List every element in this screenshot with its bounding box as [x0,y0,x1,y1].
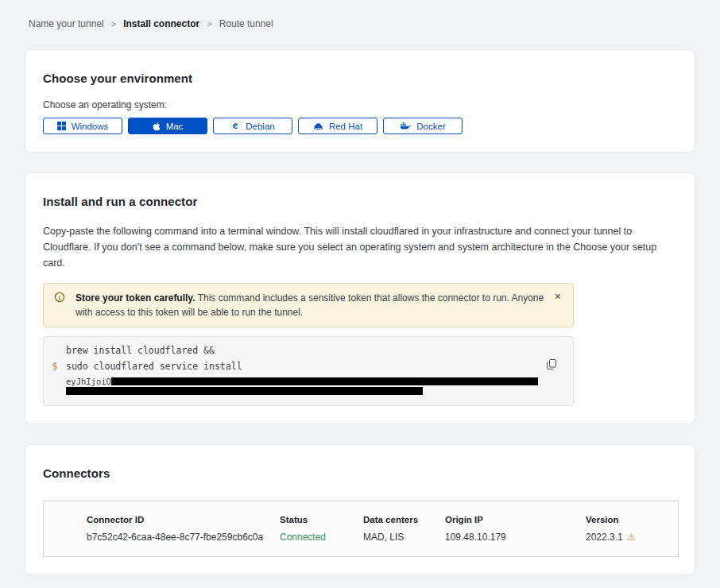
breadcrumb-separator: > [207,19,211,29]
connectors-table: Connector ID Status Data centers Origin … [43,501,679,557]
table-header-row: Connector ID Status Data centers Origin … [44,501,678,530]
docker-icon [400,122,411,130]
os-button-mac[interactable]: Mac [128,118,207,134]
os-button-label: Windows [72,122,109,131]
redacted-token-bar [111,377,538,385]
token-prefix: eyJhIjoiO [66,377,111,386]
column-header-status: Status [280,515,363,524]
windows-icon [57,122,66,130]
code-line [44,386,538,396]
breadcrumb-name-your-tunnel[interactable]: Name your tunnel [29,18,104,29]
command-line-2: sudo cloudflared service install [66,361,242,372]
breadcrumb: Name your tunnel > Install connector > R… [0,0,720,29]
table-row: b7c52c42-6caa-48ee-8c77-fbe259cb6c0a Con… [44,530,678,556]
breadcrumb-install-connector[interactable]: Install connector [123,18,199,29]
column-header-data-centers: Data centers [363,515,445,524]
os-select-label: Choose an operating system: [43,99,677,110]
version-value: 2022.3.1 [586,532,623,543]
connectors-card: Connectors Connector ID Status Data cent… [25,444,695,575]
redhat-icon [313,122,323,130]
install-card-title: Install and run a connector [43,195,677,208]
column-header-version: Version [586,515,665,524]
os-button-label: Red Hat [329,122,362,131]
install-card: Install and run a connector Copy-paste t… [25,172,695,424]
os-button-docker[interactable]: Docker [383,118,463,134]
command-terminal-block: brew install cloudflared && $ sudo cloud… [43,336,574,406]
copy-button[interactable] [544,356,559,375]
data-centers-cell: MAD, LIS [363,532,445,543]
os-button-group: Windows Mac Debian Red Hat Docker [43,118,677,134]
warning-icon: ⚠ [627,532,636,543]
redacted-token-bar [66,387,423,395]
os-button-label: Debian [246,122,274,131]
code-line: eyJhIjoiO [44,377,538,386]
breadcrumb-separator: > [111,19,116,29]
install-description: Copy-paste the following command into a … [43,223,677,271]
environment-card: Choose your environment Choose an operat… [25,49,695,153]
origin-ip-cell: 109.48.10.179 [445,532,586,543]
apple-icon [153,122,161,131]
column-header-origin-ip: Origin IP [445,515,586,524]
os-button-label: Docker [416,122,445,131]
code-line: $ sudo cloudflared service install [44,361,538,377]
info-icon [54,292,65,307]
os-button-label: Mac [166,122,184,131]
copy-icon [547,360,556,372]
shell-prompt: $ [44,361,66,372]
command-line-1: brew install cloudflared && [66,345,215,356]
version-cell: 2022.3.1 ⚠ [586,532,665,543]
alert-title: Store your token carefully. [75,292,195,304]
os-button-debian[interactable]: Debian [213,118,292,134]
os-button-windows[interactable]: Windows [43,118,122,134]
os-button-redhat[interactable]: Red Hat [298,118,377,134]
code-line: brew install cloudflared && [44,345,538,361]
status-badge: Connected [280,532,363,543]
close-icon[interactable]: × [548,288,567,305]
debian-icon [230,122,240,131]
token-warning-alert: Store your token carefully. This command… [43,283,574,327]
breadcrumb-route-tunnel[interactable]: Route tunnel [219,18,273,29]
environment-card-title: Choose your environment [43,72,677,85]
connector-id-cell: b7c52c42-6caa-48ee-8c77-fbe259cb6c0a [87,532,280,543]
column-header-connector-id: Connector ID [87,515,280,524]
connectors-card-title: Connectors [43,466,677,480]
